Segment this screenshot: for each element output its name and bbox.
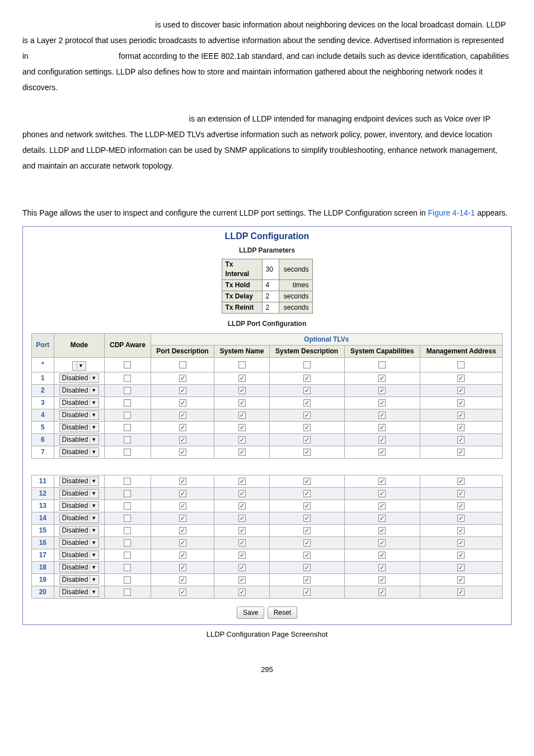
- checkbox[interactable]: [179, 490, 186, 497]
- param-value[interactable]: 2: [262, 302, 279, 313]
- checkbox[interactable]: [378, 564, 386, 571]
- mode-select[interactable]: Disabled▼: [59, 374, 100, 383]
- checkbox[interactable]: [378, 552, 386, 559]
- checkbox[interactable]: [303, 552, 311, 559]
- checkbox[interactable]: [457, 449, 465, 456]
- checkbox[interactable]: [179, 436, 186, 444]
- checkbox[interactable]: [457, 399, 465, 407]
- checkbox[interactable]: [238, 361, 246, 368]
- checkbox[interactable]: [238, 539, 246, 547]
- figure-link[interactable]: Figure 4-14-1: [428, 208, 475, 217]
- checkbox[interactable]: [303, 539, 311, 547]
- mode-select[interactable]: Disabled▼: [59, 386, 100, 395]
- mode-select[interactable]: Disabled▼: [59, 550, 100, 560]
- reset-button[interactable]: Reset: [268, 606, 297, 619]
- checkbox[interactable]: [124, 375, 131, 382]
- checkbox[interactable]: [179, 399, 186, 407]
- checkbox[interactable]: [179, 589, 186, 596]
- mode-select[interactable]: ▼: [72, 361, 86, 371]
- checkbox[interactable]: [378, 490, 386, 497]
- checkbox[interactable]: [457, 589, 465, 596]
- checkbox[interactable]: [457, 539, 465, 547]
- checkbox[interactable]: [378, 527, 386, 534]
- checkbox[interactable]: [124, 564, 131, 571]
- param-value[interactable]: 30: [262, 259, 279, 280]
- checkbox[interactable]: [179, 564, 186, 571]
- mode-select[interactable]: Disabled▼: [59, 477, 100, 486]
- checkbox[interactable]: [457, 478, 465, 485]
- save-button[interactable]: Save: [237, 606, 264, 619]
- checkbox[interactable]: [124, 412, 131, 419]
- checkbox[interactable]: [303, 527, 311, 534]
- checkbox[interactable]: [303, 564, 311, 571]
- checkbox[interactable]: [124, 576, 131, 584]
- checkbox[interactable]: [124, 399, 131, 407]
- checkbox[interactable]: [303, 361, 311, 368]
- checkbox[interactable]: [179, 375, 186, 382]
- checkbox[interactable]: [124, 589, 131, 596]
- checkbox[interactable]: [179, 387, 186, 394]
- checkbox[interactable]: [238, 490, 246, 497]
- checkbox[interactable]: [124, 387, 131, 394]
- checkbox[interactable]: [238, 424, 246, 431]
- checkbox[interactable]: [179, 449, 186, 456]
- checkbox[interactable]: [179, 515, 186, 522]
- checkbox[interactable]: [303, 399, 311, 407]
- checkbox[interactable]: [124, 527, 131, 534]
- checkbox[interactable]: [238, 589, 246, 596]
- checkbox[interactable]: [303, 589, 311, 596]
- checkbox[interactable]: [238, 564, 246, 571]
- checkbox[interactable]: [457, 564, 465, 571]
- checkbox[interactable]: [124, 502, 131, 510]
- checkbox[interactable]: [303, 387, 311, 394]
- checkbox[interactable]: [238, 399, 246, 407]
- checkbox[interactable]: [124, 361, 131, 368]
- checkbox[interactable]: [457, 527, 465, 534]
- checkbox[interactable]: [303, 375, 311, 382]
- mode-select[interactable]: Disabled▼: [59, 575, 100, 585]
- mode-select[interactable]: Disabled▼: [59, 538, 100, 548]
- checkbox[interactable]: [238, 527, 246, 534]
- checkbox[interactable]: [303, 490, 311, 497]
- mode-select[interactable]: Disabled▼: [59, 514, 100, 523]
- checkbox[interactable]: [378, 424, 386, 431]
- checkbox[interactable]: [124, 449, 131, 456]
- checkbox[interactable]: [303, 576, 311, 584]
- checkbox[interactable]: [457, 515, 465, 522]
- checkbox[interactable]: [303, 515, 311, 522]
- checkbox[interactable]: [238, 576, 246, 584]
- checkbox[interactable]: [179, 576, 186, 584]
- checkbox[interactable]: [378, 399, 386, 407]
- checkbox[interactable]: [378, 539, 386, 547]
- checkbox[interactable]: [179, 478, 186, 485]
- checkbox[interactable]: [378, 515, 386, 522]
- mode-select[interactable]: Disabled▼: [59, 410, 100, 420]
- checkbox[interactable]: [457, 436, 465, 444]
- checkbox[interactable]: [179, 412, 186, 419]
- checkbox[interactable]: [303, 502, 311, 510]
- checkbox[interactable]: [179, 527, 186, 534]
- checkbox[interactable]: [303, 424, 311, 431]
- checkbox[interactable]: [457, 375, 465, 382]
- mode-select[interactable]: Disabled▼: [59, 447, 100, 457]
- checkbox[interactable]: [457, 412, 465, 419]
- checkbox[interactable]: [238, 478, 246, 485]
- checkbox[interactable]: [378, 436, 386, 444]
- checkbox[interactable]: [124, 515, 131, 522]
- checkbox[interactable]: [378, 576, 386, 584]
- mode-select[interactable]: Disabled▼: [59, 563, 100, 572]
- checkbox[interactable]: [179, 552, 186, 559]
- checkbox[interactable]: [179, 424, 186, 431]
- checkbox[interactable]: [457, 490, 465, 497]
- param-value[interactable]: 4: [262, 279, 279, 291]
- checkbox[interactable]: [457, 424, 465, 431]
- checkbox[interactable]: [238, 436, 246, 444]
- mode-select[interactable]: Disabled▼: [59, 489, 100, 498]
- checkbox[interactable]: [124, 478, 131, 485]
- checkbox[interactable]: [238, 375, 246, 382]
- checkbox[interactable]: [303, 412, 311, 419]
- checkbox[interactable]: [457, 502, 465, 510]
- checkbox[interactable]: [378, 502, 386, 510]
- checkbox[interactable]: [457, 387, 465, 394]
- checkbox[interactable]: [238, 412, 246, 419]
